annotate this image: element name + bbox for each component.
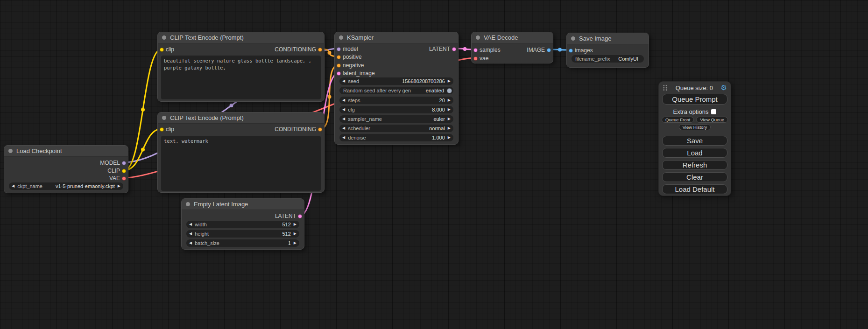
seed-widget[interactable]: ◀ seed 156680208700286 ▶ [339, 77, 453, 85]
increment-arrow-icon[interactable]: ▶ [448, 97, 451, 104]
queue-prompt-button[interactable]: Queue Prompt [662, 94, 727, 105]
link-midpoint-dot [230, 104, 233, 107]
increment-arrow-icon[interactable]: ▶ [448, 106, 451, 113]
queue-front-button[interactable]: Queue Front [662, 117, 694, 123]
extra-options-checkbox[interactable] [711, 109, 716, 114]
refresh-button[interactable]: Refresh [662, 160, 727, 170]
node-ksampler[interactable]: KSampler model positive negative latent_… [334, 32, 459, 145]
cfg-widget[interactable]: ◀ cfg 8.000 ▶ [339, 106, 453, 113]
node-empty-latent-image[interactable]: Empty Latent Image LATENT ◀ width 512 ▶ … [181, 198, 304, 250]
samples-input-port[interactable] [473, 48, 478, 52]
filename-prefix-widget[interactable]: filename_prefix ComfyUI [572, 55, 644, 63]
latent-output-port[interactable] [452, 47, 456, 51]
clip-input-port[interactable] [160, 48, 164, 52]
node-title-bar[interactable]: KSampler [335, 32, 458, 43]
vae-output-port[interactable] [122, 176, 126, 181]
width-widget[interactable]: ◀ width 512 ▶ [186, 221, 299, 228]
collapse-dot-icon[interactable] [162, 35, 166, 40]
view-history-button[interactable]: View History [679, 124, 711, 130]
prev-value-arrow-icon[interactable]: ◀ [342, 125, 345, 132]
positive-input-port[interactable] [337, 55, 341, 59]
clear-button[interactable]: Clear [662, 172, 727, 182]
collapse-dot-icon[interactable] [571, 36, 575, 41]
decrement-arrow-icon[interactable]: ◀ [189, 239, 192, 247]
node-clip-text-encode-positive[interactable]: CLIP Text Encode (Prompt) clip CONDITION… [157, 32, 325, 102]
view-queue-button[interactable]: View Queue [696, 117, 728, 123]
random-seed-toggle-widget[interactable]: Random seed after every gen enabled [339, 87, 453, 94]
widget-label: width [195, 222, 207, 227]
images-input-port[interactable] [569, 49, 573, 53]
latent-image-input-port[interactable] [337, 71, 341, 76]
save-button[interactable]: Save [662, 136, 727, 146]
node-load-checkpoint[interactable]: Load Checkpoint MODEL CLIP VAE ◀ ckpt_na… [4, 145, 128, 193]
increment-arrow-icon[interactable]: ▶ [448, 134, 451, 141]
clip-output-port[interactable] [122, 169, 126, 173]
decrement-arrow-icon[interactable]: ◀ [342, 97, 345, 104]
node-vae-decode[interactable]: VAE Decode samples vae IMAGE [471, 32, 553, 63]
vae-input-port[interactable] [473, 56, 478, 61]
node-clip-text-encode-negative[interactable]: CLIP Text Encode (Prompt) clip CONDITION… [157, 112, 325, 193]
scheduler-widget[interactable]: ◀ scheduler normal ▶ [339, 125, 453, 132]
next-value-arrow-icon[interactable]: ▶ [448, 125, 451, 132]
prev-value-arrow-icon[interactable]: ◀ [342, 115, 345, 123]
vae-output-label: VAE [109, 175, 120, 182]
collapse-dot-icon[interactable] [339, 35, 343, 40]
conditioning-output-port[interactable] [318, 127, 322, 132]
menu-header: Queue size: 0 ⚙ [659, 82, 731, 91]
decrement-arrow-icon[interactable]: ◀ [342, 106, 345, 113]
positive-input-label: positive [343, 54, 362, 60]
ckpt-name-widget[interactable]: ◀ ckpt_name v1-5-pruned-emaonly.ckpt ▶ [9, 182, 123, 190]
prev-value-arrow-icon[interactable]: ◀ [12, 182, 14, 190]
negative-prompt-textarea[interactable]: text, watermark [161, 136, 321, 191]
height-widget[interactable]: ◀ height 512 ▶ [186, 230, 299, 238]
model-output-port[interactable] [122, 161, 126, 165]
increment-arrow-icon[interactable]: ▶ [294, 239, 296, 247]
load-button[interactable]: Load [662, 148, 727, 158]
positive-prompt-textarea[interactable]: beautiful scenery nature glass bottle la… [161, 56, 321, 99]
image-output-port[interactable] [547, 48, 551, 52]
widget-label: filename_prefix [575, 56, 610, 62]
decrement-arrow-icon[interactable]: ◀ [189, 221, 192, 228]
vae-input-label: vae [480, 55, 488, 62]
negative-input-port[interactable] [337, 63, 341, 68]
increment-arrow-icon[interactable]: ▶ [294, 230, 296, 238]
next-value-arrow-icon[interactable]: ▶ [118, 182, 120, 190]
node-title-bar[interactable]: CLIP Text Encode (Prompt) [158, 32, 324, 43]
collapse-dot-icon[interactable] [476, 35, 480, 40]
decrement-arrow-icon[interactable]: ◀ [189, 230, 192, 238]
toggle-dot-icon[interactable] [447, 88, 452, 93]
decrement-arrow-icon[interactable]: ◀ [342, 77, 345, 85]
collapse-dot-icon[interactable] [8, 149, 13, 153]
latent-output-port[interactable] [298, 214, 302, 218]
node-title-bar[interactable]: Load Checkpoint [4, 146, 128, 157]
increment-arrow-icon[interactable]: ▶ [294, 221, 296, 228]
node-title: VAE Decode [484, 34, 518, 41]
next-value-arrow-icon[interactable]: ▶ [448, 115, 451, 123]
conditioning-output-label: CONDITIONING [275, 126, 316, 133]
collapse-dot-icon[interactable] [162, 116, 166, 120]
settings-gear-icon[interactable]: ⚙ [721, 84, 727, 91]
batch-size-widget[interactable]: ◀ batch_size 1 ▶ [186, 239, 299, 247]
load-default-button[interactable]: Load Default [662, 184, 727, 194]
history-row: View History [659, 124, 731, 130]
denoise-widget[interactable]: ◀ denoise 1.000 ▶ [339, 134, 453, 141]
increment-arrow-icon[interactable]: ▶ [448, 77, 451, 85]
node-title-bar[interactable]: VAE Decode [472, 32, 553, 43]
decrement-arrow-icon[interactable]: ◀ [342, 134, 345, 141]
widget-value: enabled [426, 88, 444, 93]
widget-value: normal [429, 126, 445, 131]
node-title-bar[interactable]: CLIP Text Encode (Prompt) [158, 112, 324, 124]
node-title-bar[interactable]: Save Image [567, 33, 649, 44]
clip-input-port[interactable] [160, 127, 164, 132]
latent-output-label: LATENT [275, 213, 296, 219]
node-title-bar[interactable]: Empty Latent Image [182, 199, 304, 210]
images-input-label: images [575, 47, 593, 54]
collapse-dot-icon[interactable] [186, 202, 190, 206]
drag-handle-icon[interactable] [663, 84, 668, 91]
steps-widget[interactable]: ◀ steps 20 ▶ [339, 97, 453, 104]
node-save-image[interactable]: Save Image images filename_prefix ComfyU… [566, 33, 649, 68]
model-input-port[interactable] [337, 47, 341, 51]
sampler-name-widget[interactable]: ◀ sampler_name euler ▶ [339, 115, 453, 123]
link-midpoint-dot [328, 95, 332, 99]
conditioning-output-port[interactable] [318, 48, 322, 52]
